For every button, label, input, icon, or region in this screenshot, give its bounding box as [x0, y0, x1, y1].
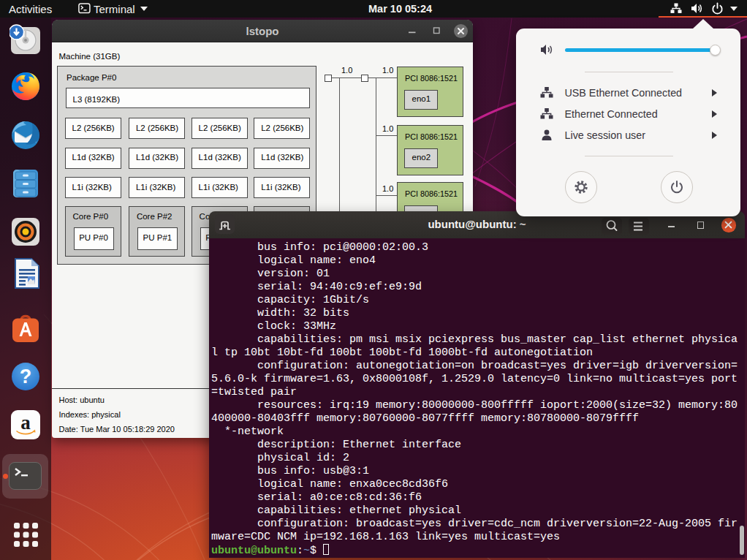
svg-text:a: a [20, 412, 31, 434]
svg-text:?: ? [20, 366, 32, 387]
